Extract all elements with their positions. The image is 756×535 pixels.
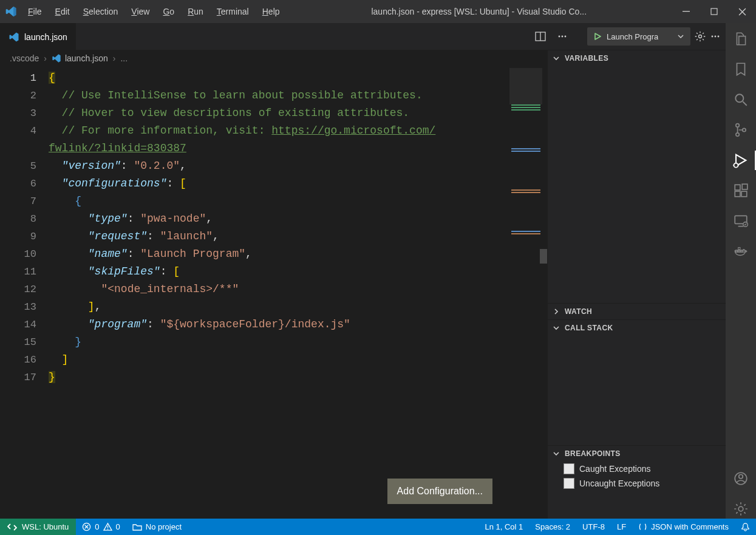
chevron-right-icon bbox=[553, 308, 561, 315]
cursor-position[interactable]: Ln 1, Col 1 bbox=[478, 522, 529, 531]
chevron-down-icon bbox=[553, 324, 561, 332]
chevron-down-icon bbox=[553, 450, 561, 457]
svg-point-9 bbox=[715, 36, 717, 38]
caught-exceptions-checkbox[interactable] bbox=[564, 463, 574, 474]
breadcrumb-file[interactable]: launch.json bbox=[65, 53, 108, 63]
watch-section-header[interactable]: WATCH bbox=[548, 304, 726, 319]
breadcrumb[interactable]: .vscode › launch.json › ... bbox=[0, 50, 547, 67]
window-title: launch.json - express [WSL: Ubuntu] - Vi… bbox=[286, 7, 672, 16]
line-gutter[interactable]: 1 2 3 4 5 6 7 8 9 10 11 12 13 bbox=[0, 67, 49, 519]
debug-panel: VARIABLES WATCH CALL STACK bbox=[547, 50, 726, 519]
settings-gear-icon[interactable] bbox=[731, 499, 751, 519]
svg-rect-1 bbox=[711, 9, 717, 15]
variables-body bbox=[548, 66, 726, 303]
source-control-icon[interactable] bbox=[731, 120, 751, 140]
caught-exceptions-label: Caught Exceptions bbox=[579, 464, 651, 474]
svg-point-16 bbox=[734, 163, 738, 168]
run-debug-icon[interactable] bbox=[726, 151, 756, 170]
add-configuration-button[interactable]: Add Configuration... bbox=[387, 479, 492, 504]
titlebar: File Edit Selection View Go Run Terminal… bbox=[0, 0, 756, 23]
svg-point-4 bbox=[559, 36, 560, 38]
explorer-icon[interactable] bbox=[731, 29, 751, 49]
more-actions-icon[interactable] bbox=[557, 31, 568, 42]
svg-point-29 bbox=[739, 475, 743, 479]
remote-explorer-icon[interactable] bbox=[731, 211, 751, 231]
svg-point-8 bbox=[712, 36, 713, 38]
svg-rect-19 bbox=[741, 191, 747, 197]
scrollbar-thumb[interactable] bbox=[540, 249, 547, 264]
menu-view[interactable]: View bbox=[125, 4, 155, 19]
svg-rect-20 bbox=[742, 184, 747, 189]
menu-terminal[interactable]: Terminal bbox=[211, 4, 255, 19]
debug-config-label: Launch Progra bbox=[607, 32, 658, 41]
extensions-icon[interactable] bbox=[731, 181, 751, 200]
chevron-down-icon bbox=[677, 33, 684, 40]
split-editor-icon[interactable] bbox=[535, 31, 546, 42]
notifications-icon[interactable] bbox=[735, 522, 756, 531]
callstack-section-header[interactable]: CALL STACK bbox=[548, 320, 726, 336]
gear-icon[interactable] bbox=[694, 30, 706, 43]
indentation-indicator[interactable]: Spaces: 2 bbox=[529, 522, 576, 531]
svg-point-30 bbox=[738, 506, 743, 511]
svg-point-5 bbox=[562, 36, 564, 38]
svg-rect-17 bbox=[735, 185, 740, 190]
variables-section-header[interactable]: VARIABLES bbox=[548, 50, 726, 66]
uncaught-exceptions-checkbox[interactable] bbox=[564, 478, 574, 489]
eol-indicator[interactable]: LF bbox=[611, 522, 632, 531]
problems-indicator[interactable]: 0 0 bbox=[76, 519, 126, 535]
svg-point-6 bbox=[565, 36, 567, 38]
svg-line-12 bbox=[743, 101, 747, 106]
code-editor[interactable]: { // Use IntelliSense to learn about pos… bbox=[49, 67, 547, 519]
bookmark-icon[interactable] bbox=[731, 60, 751, 79]
tab-label: launch.json bbox=[24, 32, 67, 42]
menu-go[interactable]: Go bbox=[157, 4, 180, 19]
menu-help[interactable]: Help bbox=[256, 4, 286, 19]
encoding-indicator[interactable]: UTF-8 bbox=[576, 522, 611, 531]
window-minimize-button[interactable] bbox=[672, 0, 700, 23]
callstack-body bbox=[548, 336, 726, 445]
chevron-down-icon bbox=[553, 55, 561, 62]
menu-selection[interactable]: Selection bbox=[77, 4, 124, 19]
breadcrumb-folder[interactable]: .vscode bbox=[10, 53, 39, 63]
docker-icon[interactable] bbox=[731, 242, 751, 261]
menu-edit[interactable]: Edit bbox=[49, 4, 76, 19]
svg-point-11 bbox=[735, 94, 743, 102]
svg-point-10 bbox=[718, 36, 720, 38]
menu-file[interactable]: File bbox=[22, 4, 48, 19]
window-close-button[interactable] bbox=[728, 0, 756, 23]
chevron-right-icon: › bbox=[113, 53, 116, 63]
svg-point-33 bbox=[107, 529, 108, 530]
account-icon[interactable] bbox=[731, 469, 751, 488]
svg-rect-27 bbox=[738, 248, 740, 250]
tabs-bar: launch.json Launch Pr bbox=[0, 23, 726, 50]
more-icon[interactable] bbox=[710, 31, 721, 42]
svg-point-14 bbox=[736, 133, 739, 136]
vscode-file-icon bbox=[9, 32, 19, 43]
minimap[interactable] bbox=[508, 67, 547, 519]
chevron-right-icon: › bbox=[44, 53, 47, 63]
breadcrumb-trail[interactable]: ... bbox=[120, 53, 128, 63]
menu-run[interactable]: Run bbox=[182, 4, 209, 19]
search-icon[interactable] bbox=[731, 90, 751, 109]
remote-indicator[interactable]: WSL: Ubuntu bbox=[0, 519, 76, 535]
vscode-logo-icon bbox=[0, 5, 22, 18]
uncaught-exceptions-label: Uncaught Exceptions bbox=[579, 479, 659, 488]
svg-point-7 bbox=[699, 35, 702, 38]
window-maximize-button[interactable] bbox=[700, 0, 728, 23]
activity-bar bbox=[726, 23, 756, 519]
svg-rect-18 bbox=[735, 191, 740, 197]
breakpoints-section-header[interactable]: BREAKPOINTS bbox=[548, 446, 726, 462]
debug-config-dropdown[interactable]: Launch Progra bbox=[587, 27, 690, 46]
vscode-file-icon bbox=[52, 53, 61, 63]
svg-rect-0 bbox=[683, 11, 690, 12]
tab-launch-json[interactable]: launch.json bbox=[0, 23, 76, 50]
play-icon bbox=[593, 32, 602, 41]
svg-point-15 bbox=[743, 128, 746, 131]
project-indicator[interactable]: No project bbox=[126, 519, 188, 535]
statusbar: WSL: Ubuntu 0 0 No project Ln 1, Col 1 S… bbox=[0, 519, 756, 535]
svg-point-13 bbox=[736, 124, 739, 127]
language-mode[interactable]: JSON with Comments bbox=[632, 522, 735, 531]
